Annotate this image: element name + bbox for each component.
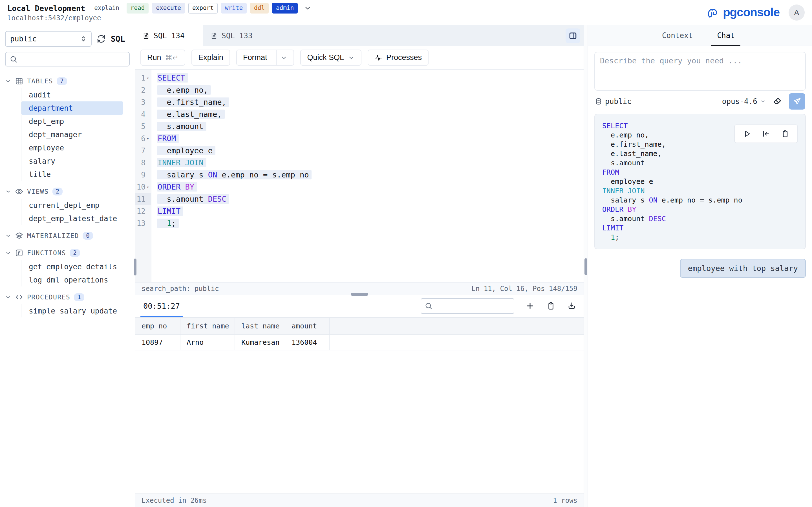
sidebar-resize-handle[interactable]	[134, 259, 137, 276]
sidebar-item-log_dml_operations[interactable]: log_dml_operations	[21, 273, 123, 286]
sql-mode-label[interactable]: SQL	[111, 34, 125, 44]
chevron-down-icon[interactable]	[5, 294, 11, 300]
toggle-side-panel-button[interactable]	[566, 29, 580, 43]
copy-response-icon[interactable]	[781, 129, 790, 138]
editor-line-12[interactable]: LIMIT	[157, 205, 583, 217]
format-chevron-down-icon[interactable]	[281, 54, 287, 61]
line-number-11[interactable]: 11	[135, 193, 151, 205]
sidebar-item-salary[interactable]: salary	[21, 154, 123, 168]
tree-group-header-tables[interactable]: TABLES7	[5, 74, 130, 88]
line-number-5[interactable]: 5	[135, 120, 151, 132]
editor-line-2[interactable]: e.emp_no,	[157, 84, 583, 96]
line-number-2[interactable]: 2	[135, 84, 151, 96]
schema-select[interactable]: public	[5, 31, 92, 47]
sidebar-item-audit[interactable]: audit	[21, 88, 123, 101]
line-number-6[interactable]: 6▾	[135, 132, 151, 145]
chevron-down-icon[interactable]	[5, 188, 11, 194]
tab-chat[interactable]: Chat	[711, 25, 741, 46]
tab-sql-133[interactable]: SQL 133	[203, 25, 271, 46]
line-number-7[interactable]: 7	[135, 145, 151, 157]
results-search[interactable]	[421, 298, 514, 314]
column-header-emp_no[interactable]: emp_no	[135, 318, 181, 334]
add-result-tab-icon[interactable]	[525, 301, 535, 311]
line-number-8[interactable]: 8	[135, 157, 151, 169]
sidebar-search[interactable]	[5, 52, 130, 66]
run-response-icon[interactable]	[743, 129, 751, 138]
tree-group-count: 0	[83, 232, 93, 240]
line-number-4[interactable]: 4	[135, 108, 151, 120]
editor-line-7[interactable]: employee e	[157, 145, 583, 157]
panel-divider[interactable]	[584, 25, 588, 507]
sql-token: ;	[615, 233, 619, 241]
processes-button[interactable]: Processes	[368, 50, 428, 66]
chevron-down-icon[interactable]	[5, 78, 11, 84]
line-number-12[interactable]: 12	[135, 205, 151, 217]
send-message-button[interactable]	[789, 93, 805, 110]
response-code-line-10: ORDER BY	[602, 205, 798, 214]
results-search-input[interactable]	[435, 302, 521, 310]
run-button[interactable]: Run ⌘↵	[140, 50, 185, 66]
fold-arrow-icon[interactable]: ▾	[146, 136, 150, 141]
download-results-icon[interactable]	[567, 301, 576, 311]
fold-arrow-icon[interactable]: ▾	[146, 76, 150, 80]
connection-chevron-down-icon[interactable]	[304, 4, 311, 12]
sidebar-item-department[interactable]: department	[21, 101, 123, 115]
chevron-down-icon[interactable]	[5, 250, 11, 256]
quick-sql-button[interactable]: Quick SQL	[300, 50, 361, 66]
editor-line-11[interactable]: s.amount DESC	[157, 193, 583, 205]
editor-line-1[interactable]: SELECT	[157, 72, 583, 84]
editor-line-13[interactable]: 1;	[157, 217, 583, 229]
tab-sql-134[interactable]: SQL 134	[135, 25, 203, 46]
sidebar-item-get_employee_details[interactable]: get_employee_details	[21, 260, 123, 273]
sidebar-item-employee[interactable]: employee	[21, 141, 123, 154]
column-header-last_name[interactable]: last_name	[235, 318, 285, 334]
line-number-3[interactable]: 3	[135, 96, 151, 108]
permission-badge-explain: explain	[90, 3, 123, 13]
editor-line-3[interactable]: e.first_name,	[157, 96, 583, 108]
line-number-10[interactable]: 10▾	[135, 181, 151, 193]
model-select[interactable]: opus-4.6	[722, 97, 766, 106]
chat-prompt-input[interactable]	[594, 52, 806, 91]
sidebar-search-input[interactable]	[20, 55, 125, 63]
fold-arrow-icon[interactable]: ▾	[146, 185, 150, 189]
table-cell: 136004	[285, 335, 329, 350]
tab-context[interactable]: Context	[660, 25, 695, 46]
permission-badge-read: read	[126, 3, 149, 13]
sidebar-item-dept_emp_latest_date[interactable]: dept_emp_latest_date	[21, 212, 123, 225]
editor-line-4[interactable]: e.last_name,	[157, 108, 583, 120]
column-header-first_name[interactable]: first_name	[181, 318, 235, 334]
editor-line-6[interactable]: FROM	[157, 132, 583, 145]
sql-editor[interactable]: 1▾23456▾78910▾111213 SELECT e.emp_no, e.…	[135, 69, 583, 282]
format-button[interactable]: Format	[236, 50, 294, 66]
sidebar-item-dept_manager[interactable]: dept_manager	[21, 128, 123, 141]
table-row[interactable]: 10897ArnoKumaresan136004	[135, 335, 583, 350]
editor-code[interactable]: SELECT e.emp_no, e.first_name, e.last_na…	[151, 69, 583, 282]
sidebar-item-simple_salary_update[interactable]: simple_salary_update	[21, 304, 123, 318]
copy-results-icon[interactable]	[546, 301, 555, 311]
refresh-icon[interactable]	[96, 34, 106, 44]
tree-group-header-procedures[interactable]: PROCEDURES1	[5, 290, 130, 304]
splitter-handle[interactable]	[351, 293, 368, 296]
line-number-13[interactable]: 13	[135, 217, 151, 229]
line-number-9[interactable]: 9	[135, 169, 151, 181]
explain-button[interactable]: Explain	[192, 50, 230, 66]
tree-group-header-functions[interactable]: FUNCTIONS2	[5, 246, 130, 260]
sidebar-item-dept_emp[interactable]: dept_emp	[21, 115, 123, 128]
clear-chat-eraser-icon[interactable]	[772, 97, 782, 106]
sidebar-item-current_dept_emp[interactable]: current_dept_emp	[21, 199, 123, 212]
tree-group-header-materialized[interactable]: MATERIALIZED0	[5, 229, 130, 242]
table-icon	[15, 77, 23, 86]
user-avatar[interactable]: A	[789, 4, 805, 20]
line-number-1[interactable]: 1▾	[135, 72, 151, 84]
tree-group-header-views[interactable]: VIEWS2	[5, 185, 130, 198]
sidebar-item-title[interactable]: title	[21, 168, 123, 181]
editor-line-5[interactable]: s.amount	[157, 120, 583, 132]
column-header-amount[interactable]: amount	[285, 318, 329, 334]
chevron-down-icon[interactable]	[5, 233, 11, 239]
insert-into-editor-icon[interactable]	[762, 129, 770, 138]
result-time-tab[interactable]: 00:51:27	[140, 295, 183, 317]
editor-line-10[interactable]: ORDER BY	[157, 181, 583, 193]
editor-line-8[interactable]: INNER JOIN	[157, 157, 583, 169]
editor-line-9[interactable]: salary s ON e.emp_no = s.emp_no	[157, 169, 583, 181]
panel-divider-handle[interactable]	[585, 258, 587, 275]
